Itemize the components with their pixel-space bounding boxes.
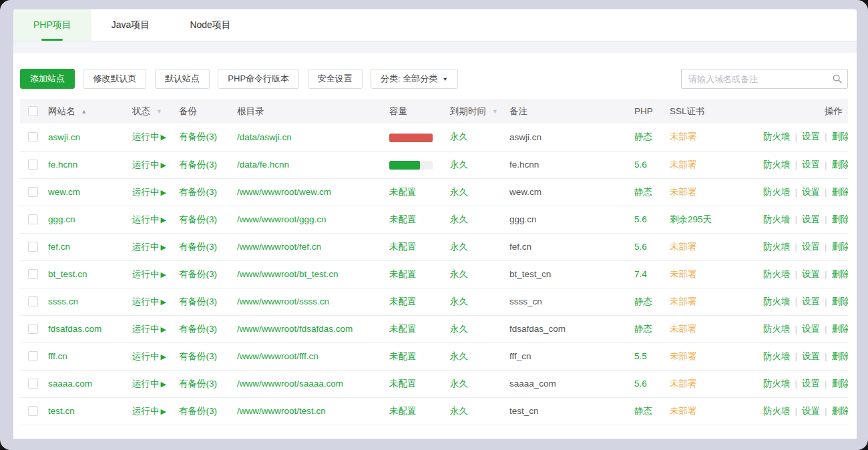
add-site-button[interactable]: 添加站点 (20, 69, 75, 89)
tab-node[interactable]: Node项目 (170, 9, 250, 41)
op-link-firewall[interactable]: 防火墙 (763, 406, 791, 416)
op-link-firewall[interactable]: 防火墙 (763, 132, 791, 142)
op-link-settings[interactable]: 设置 (802, 324, 820, 334)
expire-value[interactable]: 永久 (450, 269, 468, 279)
site-status-link[interactable]: 运行中▶ (132, 324, 166, 334)
backup-link[interactable]: 有备份(3) (179, 296, 217, 306)
op-link-firewall[interactable]: 防火墙 (763, 214, 791, 224)
row-checkbox[interactable] (28, 296, 38, 306)
site-status-link[interactable]: 运行中▶ (132, 379, 166, 389)
backup-link[interactable]: 有备份(3) (179, 187, 217, 197)
op-link-firewall[interactable]: 防火墙 (763, 351, 791, 361)
remark-value[interactable]: bt_test_cn (509, 269, 551, 279)
op-link-settings[interactable]: 设置 (802, 214, 820, 224)
select-all-checkbox[interactable] (28, 106, 38, 116)
row-checkbox[interactable] (28, 187, 38, 197)
security-settings-button[interactable]: 安全设置 (308, 69, 363, 89)
ssl-status-link[interactable]: 剩余295天 (670, 214, 712, 224)
root-path-link[interactable]: /www/wwwroot/bt_test.cn (237, 269, 339, 279)
ssl-status-link[interactable]: 未部署 (670, 296, 697, 306)
op-link-firewall[interactable]: 防火墙 (763, 187, 791, 197)
site-name-link[interactable]: fff.cn (48, 351, 67, 361)
row-checkbox[interactable] (28, 324, 38, 334)
remark-value[interactable]: fdsafdas_com (509, 324, 566, 334)
expire-value[interactable]: 永久 (450, 187, 468, 197)
ssl-status-link[interactable]: 未部署 (670, 324, 697, 334)
op-link-delete[interactable]: 删除 (832, 132, 848, 142)
remark-value[interactable]: test_cn (509, 406, 539, 416)
site-name-link[interactable]: wew.cm (48, 187, 80, 197)
op-link-settings[interactable]: 设置 (802, 406, 820, 416)
root-path-link[interactable]: /www/wwwroot/ssss.cn (237, 296, 329, 306)
remark-value[interactable]: ggg.cn (509, 214, 537, 224)
site-name-link[interactable]: ggg.cn (48, 214, 75, 224)
op-link-firewall[interactable]: 防火墙 (763, 269, 791, 279)
ssl-status-link[interactable]: 未部署 (670, 269, 697, 279)
ssl-status-link[interactable]: 未部署 (670, 406, 697, 416)
root-path-link[interactable]: /data/aswji.cn (237, 132, 292, 142)
op-link-firewall[interactable]: 防火墙 (763, 296, 791, 306)
backup-link[interactable]: 有备份(3) (179, 132, 217, 142)
site-status-link[interactable]: 运行中▶ (132, 160, 166, 170)
site-name-link[interactable]: test.cn (48, 406, 75, 416)
search-icon[interactable] (832, 73, 843, 87)
backup-link[interactable]: 有备份(3) (179, 324, 217, 334)
op-link-delete[interactable]: 删除 (832, 269, 848, 279)
backup-link[interactable]: 有备份(3) (179, 160, 217, 170)
backup-link[interactable]: 有备份(3) (179, 269, 217, 279)
site-status-link[interactable]: 运行中▶ (132, 351, 166, 361)
category-filter-dropdown[interactable]: 分类: 全部分类 ▼ (371, 69, 458, 89)
op-link-delete[interactable]: 删除 (832, 160, 848, 170)
ssl-status-link[interactable]: 未部署 (670, 132, 697, 142)
expire-value[interactable]: 永久 (450, 296, 468, 306)
root-path-link[interactable]: /www/wwwroot/wew.cm (237, 187, 331, 197)
remark-value[interactable]: ssss_cn (509, 296, 542, 306)
tab-php[interactable]: PHP项目 (13, 9, 91, 41)
row-checkbox[interactable] (28, 242, 38, 252)
site-name-link[interactable]: fdsafdas.com (48, 324, 101, 334)
site-name-link[interactable]: saaaa.com (48, 379, 92, 389)
row-checkbox[interactable] (28, 406, 38, 416)
search-input[interactable] (681, 69, 848, 89)
root-path-link[interactable]: /www/wwwroot/saaaa.com (237, 379, 343, 389)
root-path-link[interactable]: /data/fe.hcnn (237, 160, 289, 170)
op-link-settings[interactable]: 设置 (802, 242, 820, 252)
remark-value[interactable]: aswji.cn (509, 132, 541, 142)
site-name-link[interactable]: ssss.cn (48, 296, 78, 306)
remark-value[interactable]: fef.cn (509, 242, 531, 252)
remark-value[interactable]: fe.hcnn (509, 160, 539, 170)
op-link-firewall[interactable]: 防火墙 (763, 379, 791, 389)
op-link-delete[interactable]: 删除 (832, 406, 848, 416)
op-link-settings[interactable]: 设置 (802, 296, 820, 306)
op-link-delete[interactable]: 删除 (832, 296, 848, 306)
site-name-link[interactable]: bt_test.cn (48, 269, 87, 279)
row-checkbox[interactable] (28, 132, 38, 142)
site-status-link[interactable]: 运行中▶ (132, 187, 166, 197)
site-status-link[interactable]: 运行中▶ (132, 406, 166, 416)
op-link-settings[interactable]: 设置 (802, 187, 820, 197)
col-header-expire[interactable]: 到期时间 ▼ (450, 99, 509, 124)
col-header-site-name[interactable]: 网站名 ▲ (48, 99, 132, 124)
expire-value[interactable]: 永久 (450, 160, 468, 170)
op-link-firewall[interactable]: 防火墙 (763, 160, 791, 170)
op-link-delete[interactable]: 删除 (832, 242, 848, 252)
row-checkbox[interactable] (28, 351, 38, 361)
backup-link[interactable]: 有备份(3) (179, 379, 217, 389)
root-path-link[interactable]: /www/wwwroot/fdsafdas.com (237, 324, 353, 334)
ssl-status-link[interactable]: 未部署 (670, 379, 697, 389)
op-link-delete[interactable]: 删除 (832, 214, 848, 224)
row-checkbox[interactable] (28, 214, 38, 224)
op-link-delete[interactable]: 删除 (832, 379, 848, 389)
ssl-status-link[interactable]: 未部署 (670, 187, 697, 197)
op-link-delete[interactable]: 删除 (832, 187, 848, 197)
col-header-status[interactable]: 状态 ▼ (132, 99, 179, 124)
ssl-status-link[interactable]: 未部署 (670, 242, 697, 252)
expire-value[interactable]: 永久 (450, 324, 468, 334)
backup-link[interactable]: 有备份(3) (179, 242, 217, 252)
default-site-button[interactable]: 默认站点 (155, 69, 210, 89)
site-status-link[interactable]: 运行中▶ (132, 296, 166, 306)
site-name-link[interactable]: fef.cn (48, 242, 70, 252)
site-name-link[interactable]: aswji.cn (48, 132, 80, 142)
op-link-firewall[interactable]: 防火墙 (763, 324, 791, 334)
row-checkbox[interactable] (28, 269, 38, 279)
